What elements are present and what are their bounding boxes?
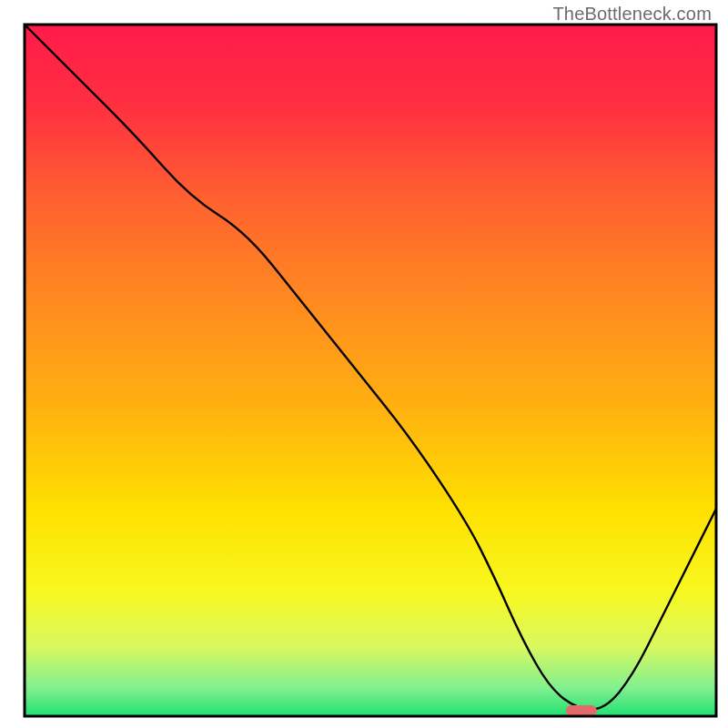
bottleneck-chart [0,0,728,728]
optimal-marker [566,705,597,716]
watermark-text: TheBottleneck.com [552,4,712,25]
